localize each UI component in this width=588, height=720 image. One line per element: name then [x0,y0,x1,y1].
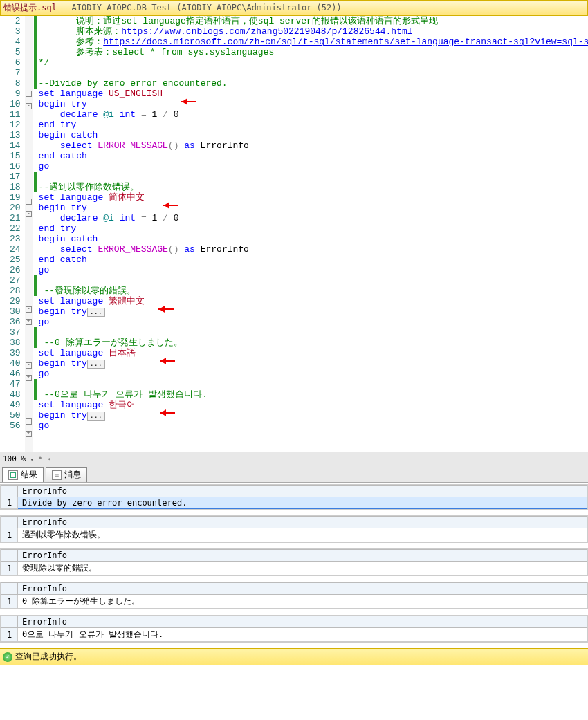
cell-value[interactable]: 0으로 나누기 오류가 발생했습니다. [18,628,587,642]
code-line[interactable] [39,327,588,338]
code-line[interactable]: set language 繁體中文 [39,296,588,306]
code-line[interactable] [39,379,588,389]
code-line[interactable]: set language 简体中文 [39,192,588,203]
fold-collapse-icon[interactable]: - [26,306,32,313]
grid-corner[interactable] [1,550,18,562]
code-line[interactable]: begin try... [39,410,588,421]
grid-corner[interactable] [1,486,18,497]
code-line[interactable]: --0 除算エラーが発生しました。 [39,338,588,348]
horizontal-scrollbar[interactable] [55,454,585,463]
zoom-bar: 100 % ▾ • ◂ [0,452,588,465]
file-context: - AIODIY-AIOPC.DB_Test (AIODIY-AIOPC\Adm… [57,3,342,12]
code-line[interactable]: select ERROR_MESSAGE() as ErrorInfo [39,244,588,255]
code-line[interactable]: --Divide by zero error encountered. [39,78,588,89]
fold-collapse-icon[interactable]: - [26,91,32,97]
code-line[interactable]: set language US_ENGLISH [39,89,588,99]
line-number: 24 [10,244,21,255]
code-line[interactable] [39,275,588,286]
cell-value[interactable]: 0 除算エラーが発生しました。 [18,595,587,609]
fold-collapse-icon[interactable]: - [26,418,32,425]
row-number[interactable]: 1 [1,595,18,609]
code-line[interactable]: declare @i int = 1 / 0 [39,213,588,223]
column-header[interactable]: ErrorInfo [18,616,587,628]
row-number[interactable]: 1 [1,528,18,542]
fold-collapse-icon[interactable]: - [26,103,32,109]
line-number: 18 [10,182,21,192]
table-row[interactable]: 1發現除以零的錯誤。 [1,562,587,575]
tab-title[interactable]: 错误提示.sql - AIODIY-AIOPC.DB_Test (AIODIY-… [0,0,588,16]
row-number[interactable]: 1 [1,497,18,509]
result-grid[interactable]: ErrorInfo10 除算エラーが発生しました。 [0,582,588,609]
grid-corner[interactable] [1,616,18,628]
code-line[interactable]: --遇到以零作除数错误。 [39,182,588,192]
table-row[interactable]: 1遇到以零作除数错误。 [1,528,587,542]
code-line[interactable]: begin try [39,99,588,109]
table-row[interactable]: 10 除算エラーが発生しました。 [1,595,587,609]
code-line[interactable]: set language 日本語 [39,348,588,358]
cell-value[interactable]: 遇到以零作除数错误。 [18,528,587,542]
line-number: 6 [10,57,21,68]
code-line[interactable]: go [39,161,588,172]
row-number[interactable]: 1 [1,628,18,642]
code-line[interactable]: go [39,369,588,379]
fold-expand-icon[interactable]: + [26,431,32,437]
grid-corner[interactable] [1,517,18,528]
code-line[interactable]: declare @i int = 1 / 0 [39,109,588,120]
result-grid[interactable]: ErrorInfo1發現除以零的錯誤。 [0,548,588,576]
code-line[interactable] [39,172,588,182]
code-line[interactable]: --0으로 나누기 오류가 발생했습니다. [39,389,588,400]
code-line[interactable]: end catch [39,151,588,161]
code-line[interactable]: end catch [39,255,588,265]
line-number: 39 [10,348,21,358]
fold-collapse-icon[interactable]: - [26,211,32,217]
column-header[interactable]: ErrorInfo [18,486,587,497]
code-line[interactable]: begin catch [39,234,588,244]
result-grid[interactable]: ErrorInfo1遇到以零作除数错误。 [0,515,588,543]
line-number: 9 [10,89,21,99]
code-line[interactable]: end try [39,120,588,130]
cell-value[interactable]: 發現除以零的錯誤。 [18,562,587,575]
result-grid[interactable]: ErrorInfo10으로 나누기 오류가 발생했습니다. [0,615,588,643]
code-line[interactable]: begin try... [39,306,588,317]
fold-expand-icon[interactable]: + [26,375,32,381]
tab-messages[interactable]: 消息 [46,467,87,482]
zoom-select[interactable]: 100 % ▾ [3,454,34,463]
code-line[interactable]: end try [39,223,588,234]
column-header[interactable]: ErrorInfo [18,583,587,595]
code-line[interactable]: begin catch [39,130,588,140]
code-line[interactable]: 脚本来源：https://www.cnblogs.com/zhang502219… [39,26,588,37]
table-row[interactable]: 1Divide by zero error encountered. [1,497,587,509]
result-grid[interactable]: ErrorInfo1Divide by zero error encounter… [0,484,588,510]
fold-expand-icon[interactable]: + [26,319,32,325]
line-number: 49 [10,400,21,410]
line-number: 27 [10,275,21,286]
line-number: 15 [10,151,21,161]
code-line[interactable]: 说明：通过set language指定语种语言，使sql server的报错以该… [39,16,588,26]
row-number[interactable]: 1 [1,562,18,575]
table-row[interactable]: 10으로 나누기 오류가 발생했습니다. [1,628,587,642]
code-editor[interactable]: 2345678910111213141516171819202122232425… [0,16,588,452]
code-line[interactable]: begin try... [39,358,588,369]
code-line[interactable]: 参考：https://docs.microsoft.com/zh-cn/sql/… [39,37,588,47]
code-line[interactable]: begin try [39,203,588,213]
tab-results[interactable]: 结果 [2,467,44,482]
column-header[interactable]: ErrorInfo [18,517,587,528]
column-header[interactable]: ErrorInfo [18,550,587,562]
fold-collapse-icon[interactable]: - [26,362,32,369]
code-line[interactable]: 参考表：select * from sys.syslanguages [39,47,588,57]
line-number: 22 [10,223,21,234]
code-line[interactable]: go [39,317,588,327]
line-number: 3 [10,26,21,37]
line-number: 38 [10,338,21,348]
code-line[interactable] [39,68,588,78]
code-line[interactable]: --發現除以零的錯誤。 [39,286,588,296]
code-line[interactable]: go [39,265,588,275]
cell-value[interactable]: Divide by zero error encountered. [18,497,587,509]
code-line[interactable]: go [39,421,588,431]
fold-collapse-icon[interactable]: - [26,199,32,205]
code-line[interactable]: select ERROR_MESSAGE() as ErrorInfo [39,140,588,151]
code-line[interactable]: set language 한국어 [39,400,588,410]
code-line[interactable]: */ [39,57,588,68]
grid-corner[interactable] [1,583,18,595]
line-number: 4 [10,37,21,47]
